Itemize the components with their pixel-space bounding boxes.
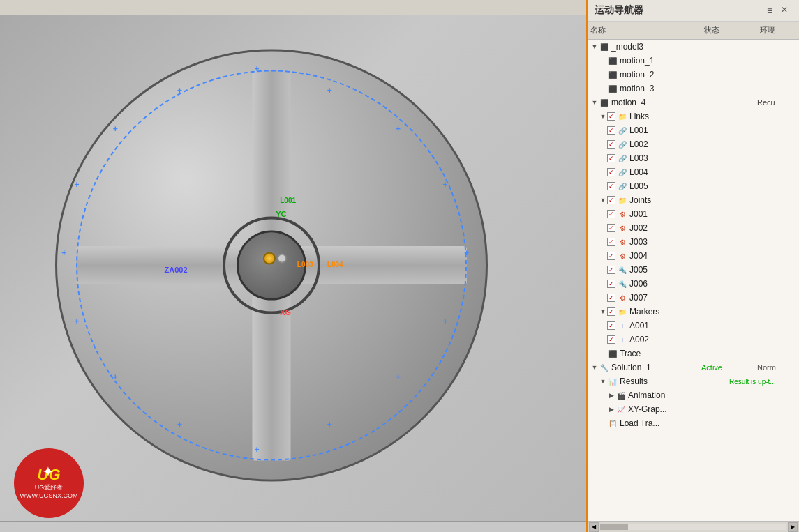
col-env-header: 环境 [757,24,799,37]
scroll-left-arrow[interactable]: ◀ [589,522,599,532]
tree-item-model3[interactable]: ▼ ⬛ _model3 [588,40,799,54]
tree-item-L001[interactable]: ✓ 🔗 L001 [588,123,799,137]
expand-joints[interactable]: ▼ [599,196,607,204]
tree-item-markers[interactable]: ▼ ✓ 📁 Markers [588,305,799,319]
icon-L002: 🔗 [617,139,628,150]
panel-close-icon[interactable]: ✕ [781,5,792,16]
center-mechanism [263,252,291,273]
tree-item-L005[interactable]: ✓ 🔗 L005 [588,179,799,193]
tree-item-links[interactable]: ▼ ✓ 📁 Links [588,109,799,123]
3d-viewport[interactable]: + + + + + + + + + + + + + + + + L001 YC … [0,0,586,532]
icon-L003: 🔗 [617,153,628,164]
tree-item-L004[interactable]: ✓ 🔗 L004 [588,165,799,179]
tree-item-loadtra[interactable]: 📋 Load Tra... [588,416,799,430]
tree-container[interactable]: ▼ ⬛ _model3 ⬛ motion_1 ⬛ motion_2 [588,40,799,521]
icon-motion2: ⬛ [607,69,618,80]
tree-item-L002[interactable]: ✓ 🔗 L002 [588,137,799,151]
cb-J004[interactable]: ✓ [607,252,615,260]
icon-motion3: ⬛ [607,83,618,94]
cb-links[interactable]: ✓ [607,112,615,121]
cb-joints[interactable]: ✓ [607,196,615,204]
expand-motion2[interactable] [599,70,607,79]
panel-menu-icon[interactable]: ≡ [767,5,778,16]
icon-motion4: ⬛ [599,97,610,108]
icon-solution1: 🔧 [599,362,610,373]
expand-links[interactable]: ▼ [599,112,607,121]
tree-item-motion1[interactable]: ⬛ motion_1 [588,54,799,68]
expand-results[interactable]: ▼ [599,377,607,386]
status-solution1: Active [701,363,757,372]
scroll-track[interactable] [600,524,786,530]
expand-solution1[interactable]: ▼ [590,363,599,372]
tree-item-J001[interactable]: ✓ ⚙ J001 [588,207,799,221]
icon-L001: 🔗 [617,125,628,136]
cb-J001[interactable]: ✓ [607,210,615,218]
label-l003: L003 [297,261,313,268]
cb-L005[interactable]: ✓ [607,182,615,190]
plus-mark: + [254,445,259,455]
cb-A002[interactable]: ✓ [607,335,615,344]
tree-item-solution1[interactable]: ▼ 🔧 Solution_1 Active Norm [588,360,799,374]
tree-item-J005[interactable]: ✓ 🔩 J005 [588,263,799,277]
expand-motion3[interactable] [599,84,607,93]
icon-J006: 🔩 [617,278,628,289]
cb-A001[interactable]: ✓ [607,321,615,330]
cb-J003[interactable]: ✓ [607,238,615,246]
expand-motion1[interactable] [599,56,607,65]
tree-item-trace[interactable]: ⬛ Trace [588,347,799,360]
label-A001: A001 [629,321,799,330]
plus-mark: + [396,372,401,382]
tree-item-joints[interactable]: ▼ ✓ 📁 Joints [588,193,799,207]
expand-xygraph[interactable]: ▶ [607,405,615,413]
label-L005: L005 [629,181,799,191]
expand-model3[interactable]: ▼ [590,43,599,51]
logo: UG ✦ UG爱好者 WWW.UGSNX.COM [14,448,84,518]
tree-item-results[interactable]: ▼ 📊 Results Result is up-t... [588,374,799,388]
cb-J007[interactable]: ✓ [607,294,615,302]
icon-L005: 🔗 [617,181,628,192]
expand-motion4[interactable]: ▼ [590,98,599,107]
cb-markers[interactable]: ✓ [607,307,615,316]
expand-markers[interactable]: ▼ [599,307,607,316]
expand-trace[interactable] [599,349,607,358]
cb-L001[interactable]: ✓ [607,126,615,135]
tree-item-J004[interactable]: ✓ ⚙ J004 [588,249,799,263]
label-loadtra: Load Tra... [620,418,799,428]
tree-item-motion4[interactable]: ▼ ⬛ motion_4 Recu [588,96,799,109]
tree-item-animation[interactable]: ▶ 🎬 Animation [588,388,799,402]
label-A002: A002 [629,335,799,344]
cb-J006[interactable]: ✓ [607,280,615,288]
tree-item-J006[interactable]: ✓ 🔩 J006 [588,277,799,291]
cb-J002[interactable]: ✓ [607,224,615,232]
label-J002: J002 [629,223,799,233]
plus-mark: + [177,85,182,95]
plus-mark: + [75,317,80,326]
cb-L002[interactable]: ✓ [607,140,615,149]
tree-item-J007[interactable]: ✓ ⚙ J007 [588,291,799,305]
label-trace: Trace [620,349,799,358]
tree-item-motion2[interactable]: ⬛ motion_2 [588,68,799,82]
expand-animation[interactable]: ▶ [607,391,615,400]
status-results: Result is up-t... [729,378,799,386]
tree-item-L003[interactable]: ✓ 🔗 L003 [588,151,799,165]
tree-item-J003[interactable]: ✓ ⚙ J003 [588,235,799,249]
label-motion2: motion_2 [620,70,799,79]
label-J004: J004 [629,251,799,261]
cb-J005[interactable]: ✓ [607,266,615,274]
3d-scene: + + + + + + + + + + + + + + + + L001 YC … [0,15,586,532]
tree-item-motion3[interactable]: ⬛ motion_3 [588,82,799,96]
scroll-thumb[interactable] [600,524,628,530]
cb-L003[interactable]: ✓ [607,154,615,162]
tree-item-xygraph[interactable]: ▶ 📈 XY-Grap... [588,402,799,416]
scroll-right-arrow[interactable]: ▶ [788,522,798,532]
viewport-scrollbar[interactable] [0,521,586,532]
tree-item-A001[interactable]: ✓ ⟂ A001 [588,319,799,333]
top-toolbar [0,0,586,15]
tree-item-J002[interactable]: ✓ ⚙ J002 [588,221,799,235]
tree-item-A002[interactable]: ✓ ⟂ A002 [588,333,799,347]
plus-mark: + [443,317,448,326]
cb-L004[interactable]: ✓ [607,168,615,176]
plus-mark: + [443,179,448,189]
panel-scrollbar[interactable]: ◀ ▶ [588,521,799,532]
icon-trace: ⬛ [607,348,618,359]
